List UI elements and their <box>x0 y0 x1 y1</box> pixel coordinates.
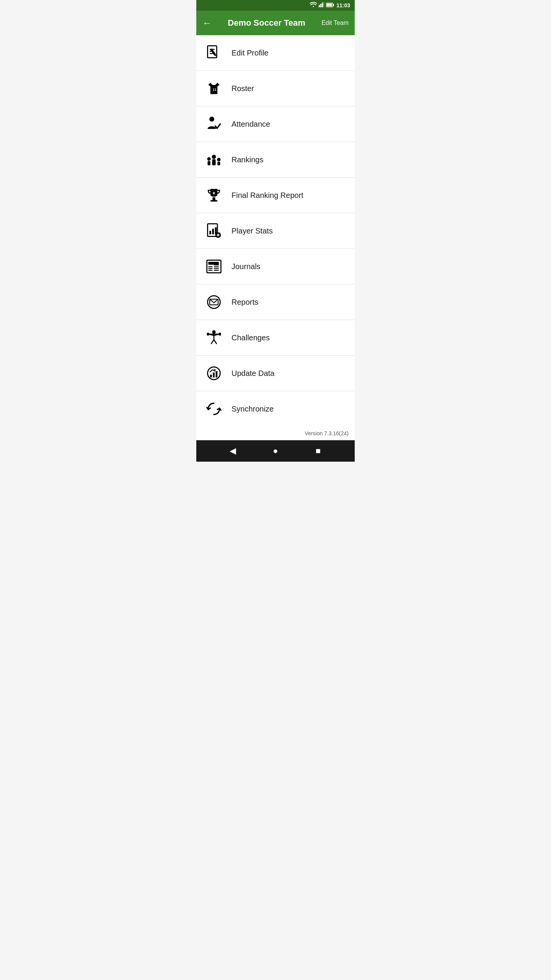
svg-rect-28 <box>212 229 214 235</box>
status-time: 11:03 <box>336 2 350 8</box>
svg-line-51 <box>211 340 214 344</box>
menu-item-attendance[interactable]: Attendance <box>196 106 355 142</box>
nav-home-button[interactable]: ● <box>267 443 284 459</box>
menu-item-synchronize[interactable]: Synchronize <box>196 391 355 426</box>
menu-item-journals[interactable]: Journals <box>196 249 355 284</box>
update-data-icon <box>204 363 224 383</box>
attendance-icon <box>204 114 224 134</box>
synchronize-icon <box>204 399 224 419</box>
challenges-icon <box>204 328 224 348</box>
svg-rect-27 <box>209 231 211 234</box>
nav-recent-button[interactable]: ■ <box>310 443 326 459</box>
svg-text:★: ★ <box>212 191 216 195</box>
menu-label-challenges: Challenges <box>231 333 270 342</box>
svg-rect-56 <box>216 371 218 378</box>
menu-item-reports[interactable]: Reports <box>196 284 355 320</box>
svg-point-21 <box>217 158 220 161</box>
battery-icon: ⚡ <box>326 2 334 9</box>
status-icons: ⚡ 11:03 <box>310 2 350 9</box>
menu-label-reports: Reports <box>231 298 258 307</box>
status-bar: ⚡ 11:03 <box>196 0 355 11</box>
menu-label-update-data: Update Data <box>231 369 274 378</box>
menu-label-synchronize: Synchronize <box>231 405 274 413</box>
menu-item-update-data[interactable]: Update Data <box>196 356 355 391</box>
menu-label-rankings: Rankings <box>231 155 263 164</box>
back-button[interactable]: ← <box>202 18 212 28</box>
roster-icon: 11 <box>204 78 224 98</box>
menu-item-final-ranking-report[interactable]: ★ Final Ranking Report <box>196 178 355 213</box>
menu-label-edit-profile: Edit Profile <box>231 49 269 57</box>
svg-point-16 <box>209 117 214 122</box>
svg-rect-23 <box>212 198 215 200</box>
menu-item-challenges[interactable]: Challenges <box>196 320 355 356</box>
svg-point-17 <box>207 157 211 161</box>
reports-icon <box>204 292 224 312</box>
svg-point-19 <box>212 155 216 159</box>
menu-list: Edit Profile 11 Roster Attendance <box>196 35 355 426</box>
svg-rect-55 <box>213 372 215 377</box>
toolbar: ← Demo Soccer Team Edit Team <box>196 11 355 35</box>
svg-rect-18 <box>208 161 210 165</box>
wifi-icon <box>310 2 317 9</box>
menu-label-attendance: Attendance <box>231 120 270 129</box>
svg-rect-22 <box>217 162 220 165</box>
menu-item-roster[interactable]: 11 Roster <box>196 71 355 106</box>
player-stats-icon <box>204 221 224 241</box>
trophy-icon: ★ <box>204 185 224 205</box>
svg-rect-6 <box>333 4 334 6</box>
edit-profile-icon <box>204 43 224 63</box>
svg-rect-0 <box>319 5 320 7</box>
svg-rect-41 <box>214 262 219 265</box>
svg-rect-2 <box>322 3 323 7</box>
version-text: Version 7.3.16(24) <box>196 426 355 440</box>
nav-back-button[interactable]: ◀ <box>225 443 241 459</box>
signal-icon <box>319 2 324 9</box>
svg-rect-1 <box>320 4 321 7</box>
edit-team-button[interactable]: Edit Team <box>321 20 349 26</box>
toolbar-title: Demo Soccer Team <box>212 18 321 28</box>
menu-label-player-stats: Player Stats <box>231 227 273 235</box>
svg-rect-54 <box>210 375 212 377</box>
svg-rect-24 <box>210 200 217 202</box>
menu-item-rankings[interactable]: Rankings <box>196 142 355 178</box>
menu-item-player-stats[interactable]: Player Stats <box>196 213 355 249</box>
menu-label-roster: Roster <box>231 84 254 93</box>
menu-item-edit-profile[interactable]: Edit Profile <box>196 35 355 71</box>
svg-point-44 <box>212 330 215 334</box>
menu-label-journals: Journals <box>231 262 261 271</box>
svg-rect-3 <box>323 2 324 7</box>
svg-text:11: 11 <box>212 88 216 91</box>
svg-rect-49 <box>207 333 209 335</box>
svg-line-52 <box>214 340 217 344</box>
svg-rect-50 <box>219 333 221 335</box>
bottom-nav: ◀ ● ■ <box>196 440 355 462</box>
svg-rect-20 <box>212 159 215 165</box>
rankings-icon <box>204 150 224 170</box>
svg-text:⚡: ⚡ <box>328 3 331 7</box>
menu-label-final-ranking-report: Final Ranking Report <box>231 191 303 200</box>
journals-icon <box>204 256 224 276</box>
